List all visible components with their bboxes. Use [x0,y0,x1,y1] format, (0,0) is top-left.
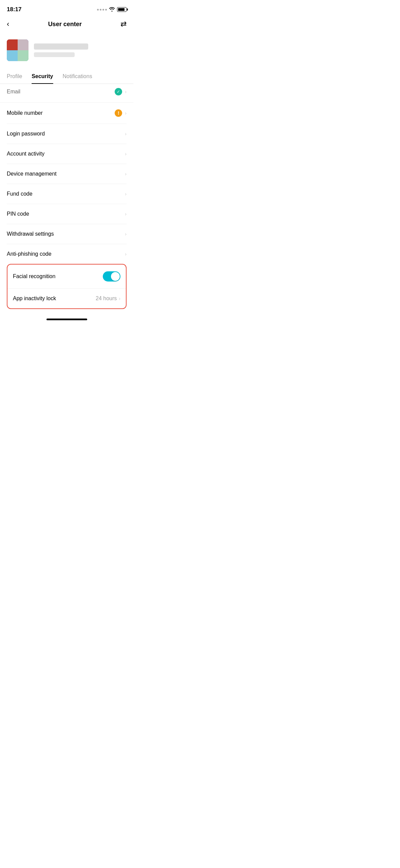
wifi-icon [109,7,115,13]
email-right: › [115,88,127,95]
login-password-right: › [125,131,127,137]
facial-recognition-toggle[interactable] [103,271,120,282]
login-password-chevron: › [125,131,127,137]
app-inactivity-lock-item[interactable]: App inactivity lock 24 hours › [7,289,126,308]
profile-id [34,52,75,57]
email-status-icon [115,88,122,95]
mobile-number-item[interactable]: Mobile number ! › [7,103,127,124]
device-management-chevron: › [125,171,127,177]
profile-name [34,43,88,50]
anti-phishing-right: › [125,251,127,257]
withdrawal-settings-chevron: › [125,231,127,237]
anti-phishing-label: Anti-phishing code [7,251,52,257]
mobile-right: ! › [115,109,127,117]
highlighted-section: Facial recognition App inactivity lock 2… [7,264,127,309]
mobile-chevron: › [125,110,127,116]
home-bar [46,319,87,320]
email-label: Email [7,89,20,95]
anti-phishing-chevron: › [125,251,127,257]
fund-code-item[interactable]: Fund code › [7,184,127,204]
mobile-number-label: Mobile number [7,110,43,116]
anti-phishing-item[interactable]: Anti-phishing code › [7,244,127,264]
account-activity-label: Account activity [7,151,44,157]
facial-recognition-label: Facial recognition [13,273,55,279]
settings-list: Mobile number ! › Login password › Accou… [0,103,133,264]
app-inactivity-lock-chevron: › [119,296,120,301]
fund-code-label: Fund code [7,191,33,197]
nav-header: ‹ User center ⇄ [0,17,133,34]
device-management-item[interactable]: Device management › [7,164,127,184]
login-password-label: Login password [7,131,45,137]
pin-code-chevron: › [125,211,127,217]
fund-code-chevron: › [125,191,127,197]
tab-profile[interactable]: Profile [7,69,22,84]
email-chevron: › [125,89,127,94]
tab-notifications[interactable]: Notifications [63,69,92,84]
profile-section [0,34,133,69]
fund-code-right: › [125,191,127,197]
facial-recognition-item[interactable]: Facial recognition [7,265,126,289]
status-time: 18:17 [7,6,21,13]
profile-info [34,43,127,57]
withdrawal-settings-right: › [125,231,127,237]
page-title: User center [48,21,82,28]
mobile-status-icon: ! [115,109,122,117]
signal-icon [97,9,107,11]
tab-security[interactable]: Security [32,69,53,84]
battery-icon [117,7,127,12]
app-inactivity-lock-value: 24 hours [96,295,117,302]
account-activity-right: › [125,151,127,157]
device-management-label: Device management [7,171,57,177]
account-activity-item[interactable]: Account activity › [7,144,127,164]
app-inactivity-lock-right: 24 hours › [96,295,120,302]
status-bar: 18:17 [0,0,133,17]
withdrawal-settings-item[interactable]: Withdrawal settings › [7,224,127,244]
device-management-right: › [125,171,127,177]
pin-code-label: PIN code [7,211,29,217]
back-button[interactable]: ‹ [7,20,9,29]
app-inactivity-lock-label: App inactivity lock [13,295,56,302]
login-password-item[interactable]: Login password › [7,124,127,144]
status-icons [97,7,127,13]
email-item[interactable]: Email › [0,84,133,103]
pin-code-item[interactable]: PIN code › [7,204,127,224]
avatar [7,39,28,61]
pin-code-right: › [125,211,127,217]
tabs: Profile Security Notifications [0,69,133,84]
home-indicator [0,316,133,326]
withdrawal-settings-label: Withdrawal settings [7,231,54,237]
account-activity-chevron: › [125,151,127,157]
transfer-button[interactable]: ⇄ [120,20,127,29]
